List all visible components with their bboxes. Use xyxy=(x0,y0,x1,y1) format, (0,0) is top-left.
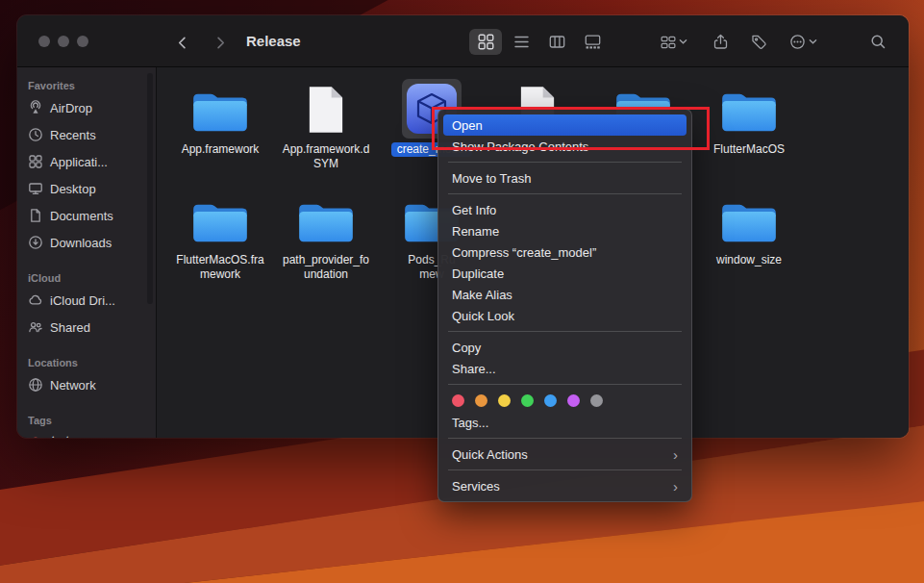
menu-item-services[interactable]: Services› xyxy=(443,475,687,496)
people-icon xyxy=(28,319,43,335)
minimize-button[interactable] xyxy=(58,36,69,47)
menu-separator xyxy=(448,384,682,385)
sidebar-section-locations: LocationsNetwork xyxy=(17,354,156,398)
chevron-left-icon xyxy=(179,38,184,47)
tag-red-icon xyxy=(28,435,43,438)
tag-color-dot[interactable] xyxy=(498,394,511,407)
file-label: window_size xyxy=(696,253,802,267)
apps-icon xyxy=(28,154,43,169)
share-button[interactable] xyxy=(704,29,737,55)
sidebar-section-header: Tags xyxy=(17,412,156,429)
menu-item-get-info[interactable]: Get Info xyxy=(443,199,687,220)
sidebar-item-label: Documents xyxy=(50,209,113,223)
file-label: FlutterMacOS xyxy=(696,142,802,157)
column-view-button[interactable] xyxy=(540,29,573,55)
sidebar-item-downloads[interactable]: Downloads xyxy=(17,229,156,256)
sidebar-section-header: Locations xyxy=(17,354,156,371)
menu-item-label: Duplicate xyxy=(452,266,504,281)
sidebar-item-network[interactable]: Network xyxy=(17,371,156,398)
search-icon xyxy=(870,34,887,50)
close-button[interactable] xyxy=(38,36,50,47)
titlebar[interactable]: Release xyxy=(17,15,909,67)
file-label: FlutterMacOS.framework xyxy=(167,253,273,282)
chevron-right-icon xyxy=(218,38,223,47)
file-app-framework[interactable]: App.framework xyxy=(167,79,273,157)
file-path-provider-foundation[interactable]: path_provider_foundation xyxy=(273,190,379,282)
list-view-icon xyxy=(513,34,530,50)
menu-item-label: Show Package Contents xyxy=(452,139,588,154)
menu-item-rename[interactable]: Rename xyxy=(443,220,687,241)
sidebar-item-desktop[interactable]: Desktop xyxy=(17,175,156,202)
menu-item-label: Tags... xyxy=(452,416,488,430)
menu-item-copy[interactable]: Copy xyxy=(443,337,687,358)
zoom-button[interactable] xyxy=(77,36,88,47)
chevron-down-icon xyxy=(679,38,687,45)
file-window-size[interactable]: window_size xyxy=(696,190,802,267)
folder-icon xyxy=(190,89,250,139)
sidebar-section-icloud: iCloudiCloud Dri...Shared xyxy=(17,269,156,341)
folder-icon xyxy=(190,199,250,249)
sidebar-item-tag-red[interactable]: 红色 xyxy=(17,429,156,438)
sidebar-item-recents[interactable]: Recents xyxy=(17,121,156,148)
submenu-chevron-icon: › xyxy=(673,447,678,462)
sidebar-sections: FavoritesAirDropRecentsApplicati...Deskt… xyxy=(17,77,156,438)
file-fluttermacos[interactable]: FlutterMacOS xyxy=(696,79,802,157)
menu-item-duplicate[interactable]: Duplicate xyxy=(443,263,687,284)
file-fluttermacos-framework[interactable]: FlutterMacOS.framework xyxy=(167,190,273,282)
menu-item-label: Copy xyxy=(452,341,481,355)
menu-item-label: Open xyxy=(452,118,483,133)
menu-item-quick-actions[interactable]: Quick Actions› xyxy=(443,444,687,465)
sidebar-item-label: Recents xyxy=(50,128,96,142)
group-icon xyxy=(661,35,676,50)
sidebar-item-label: iCloud Dri... xyxy=(50,293,115,308)
sidebar-section-header: Favorites xyxy=(17,77,156,94)
menu-separator xyxy=(448,469,682,470)
list-view-button[interactable] xyxy=(505,29,537,55)
back-button[interactable] xyxy=(171,31,194,54)
menu-item-label: Get Info xyxy=(452,203,496,217)
menu-item-label: Share... xyxy=(452,362,496,376)
menu-separator xyxy=(448,162,682,163)
more-actions-button[interactable] xyxy=(781,29,825,55)
ellipsis-circle-icon xyxy=(789,34,806,50)
sidebar-item-airdrop[interactable]: AirDrop xyxy=(17,94,156,121)
tag-color-dot[interactable] xyxy=(567,394,580,407)
tag-color-dot[interactable] xyxy=(452,394,464,407)
document-icon xyxy=(307,85,345,139)
sidebar-item-shared[interactable]: Shared xyxy=(17,314,156,341)
menu-item-share[interactable]: Share... xyxy=(443,358,687,379)
window-title: Release xyxy=(246,15,301,67)
forward-button[interactable] xyxy=(208,31,231,54)
globe-icon xyxy=(28,377,43,393)
sidebar-item-documents[interactable]: Documents xyxy=(17,202,156,229)
menu-item-open[interactable]: Open xyxy=(443,114,687,136)
search-button[interactable] xyxy=(862,29,894,55)
icon-view-button[interactable] xyxy=(469,29,502,55)
menu-item-label: Services xyxy=(452,479,500,494)
menu-item-make-alias[interactable]: Make Alias xyxy=(443,284,687,305)
column-view-icon xyxy=(549,34,565,50)
sidebar-item-icloud-dri[interactable]: iCloud Dri... xyxy=(17,287,156,314)
file-app-framework-dsym[interactable]: App.framework.dSYM xyxy=(273,79,379,171)
sidebar-section-header: iCloud xyxy=(17,269,156,287)
tag-color-dot[interactable] xyxy=(590,394,603,407)
sidebar-item-label: 红色 xyxy=(50,434,75,438)
share-icon xyxy=(712,34,729,50)
tags-button[interactable] xyxy=(742,29,775,55)
gallery-view-button[interactable] xyxy=(576,29,609,55)
tag-color-dot[interactable] xyxy=(521,394,534,407)
menu-item-tags[interactable]: Tags... xyxy=(443,412,687,433)
folder-icon xyxy=(296,199,356,249)
sidebar-item-applicati[interactable]: Applicati... xyxy=(17,148,156,175)
menu-separator xyxy=(448,193,682,194)
clock-icon xyxy=(28,127,43,142)
tag-color-dot[interactable] xyxy=(475,394,487,407)
sidebar-scrollbar[interactable] xyxy=(147,73,153,304)
group-button[interactable] xyxy=(652,29,696,55)
menu-item-quick-look[interactable]: Quick Look xyxy=(443,305,687,326)
menu-item-show-package-contents[interactable]: Show Package Contents xyxy=(443,136,687,157)
menu-item-move-to-trash[interactable]: Move to Trash xyxy=(443,167,687,189)
menu-item-compress-create-model[interactable]: Compress “create_model” xyxy=(443,241,687,263)
submenu-chevron-icon: › xyxy=(673,479,678,494)
tag-color-dot[interactable] xyxy=(544,394,557,407)
